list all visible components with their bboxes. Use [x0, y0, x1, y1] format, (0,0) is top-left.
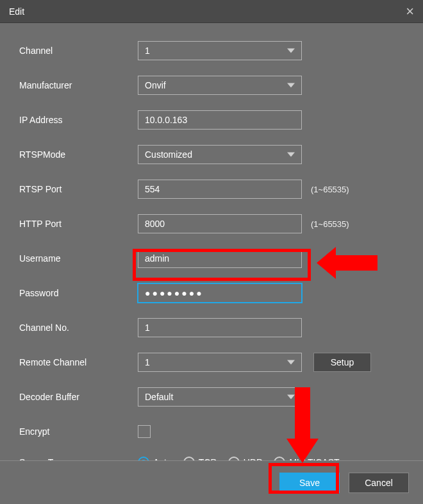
setup-button[interactable]: Setup	[313, 353, 371, 372]
chevron-down-icon	[287, 395, 295, 399]
form-body: Channel 1 Manufacturer Onvif IP Address …	[0, 23, 423, 472]
ip-value: 10.0.0.163	[145, 115, 187, 125]
channelno-label: Channel No.	[19, 323, 138, 333]
channelno-input[interactable]: 1	[138, 318, 302, 337]
encrypt-label: Encrypt	[19, 426, 138, 437]
username-label: Username	[19, 253, 138, 264]
ip-input[interactable]: 10.0.0.163	[138, 110, 302, 130]
httpport-input[interactable]: 8000	[138, 214, 302, 233]
manufacturer-select[interactable]: Onvif	[138, 76, 302, 95]
dialog-title: Edit	[9, 6, 24, 17]
rtspport-hint: (1~65535)	[311, 185, 349, 194]
setup-button-label: Setup	[331, 357, 354, 367]
ip-label: IP Address	[19, 115, 138, 125]
password-label: Password	[19, 288, 138, 298]
username-input[interactable]: admin	[138, 249, 302, 268]
channel-value: 1	[145, 46, 150, 56]
rtspport-label: RTSP Port	[19, 184, 138, 194]
remotechannel-label: Remote Channel	[19, 357, 138, 367]
remotechannel-select[interactable]: 1	[138, 353, 302, 372]
rtspmode-value: Customized	[145, 149, 192, 160]
encrypt-checkbox[interactable]	[138, 425, 151, 438]
channel-select[interactable]: 1	[138, 41, 302, 60]
save-button[interactable]: Save	[279, 473, 340, 493]
titlebar: Edit ×	[0, 0, 423, 23]
rtspport-value: 554	[145, 184, 160, 194]
password-value: ●●●●●●●●	[145, 288, 204, 298]
cancel-button[interactable]: Cancel	[349, 473, 409, 493]
chevron-down-icon	[287, 49, 295, 53]
manufacturer-value: Onvif	[145, 80, 166, 90]
dialog-footer: Save Cancel	[0, 460, 423, 504]
username-value: admin	[145, 253, 169, 264]
save-button-label: Save	[299, 478, 320, 488]
password-input[interactable]: ●●●●●●●●	[138, 283, 302, 303]
decoderbuffer-value: Default	[145, 392, 173, 402]
decoderbuffer-select[interactable]: Default	[138, 387, 302, 407]
manufacturer-label: Manufacturer	[19, 80, 138, 90]
rtspport-input[interactable]: 554	[138, 180, 302, 199]
rtspmode-select[interactable]: Customized	[138, 145, 302, 164]
chevron-down-icon	[287, 360, 295, 365]
cancel-button-label: Cancel	[365, 478, 393, 488]
httpport-hint: (1~65535)	[311, 219, 349, 229]
close-icon[interactable]: ×	[406, 3, 414, 20]
decoderbuffer-label: Decoder Buffer	[19, 392, 138, 402]
channelno-value: 1	[145, 323, 150, 333]
httpport-label: HTTP Port	[19, 219, 138, 229]
channel-label: Channel	[19, 46, 138, 56]
chevron-down-icon	[287, 153, 295, 157]
chevron-down-icon	[287, 83, 295, 88]
remotechannel-value: 1	[145, 357, 150, 367]
rtspmode-label: RTSPMode	[19, 149, 138, 160]
httpport-value: 8000	[145, 219, 165, 229]
